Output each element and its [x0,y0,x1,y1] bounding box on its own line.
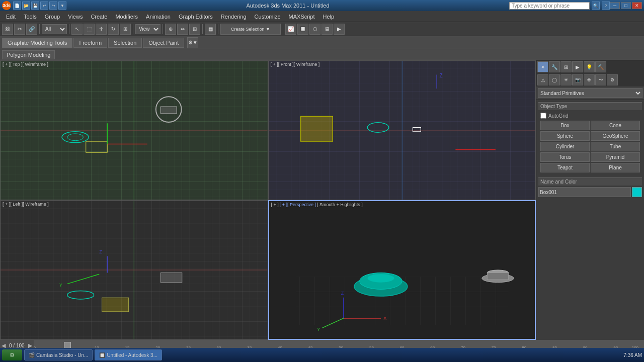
menubar: Edit Tools Group Views Create Modifiers … [0,11,644,22]
viewport-left[interactable]: [ + ][ Left ][ Wireframe ] Z Y [0,200,268,340]
menu-rendering[interactable]: Rendering [217,11,251,22]
app-logo: 3ds [2,1,11,10]
subtab-helpers[interactable]: ✙ [584,74,595,85]
bind-spacewarp-btn[interactable]: 🔗 [26,24,37,35]
align-btn[interactable]: ⊞ [189,24,200,35]
obj-tube-btn[interactable]: Tube [591,142,640,151]
obj-plane-btn[interactable]: Plane [591,163,640,172]
maximize-button[interactable]: □ [621,2,631,9]
obj-geosphere-btn[interactable]: GeoSphere [591,131,640,141]
subtab-geo[interactable]: △ [537,74,548,85]
svg-rect-51 [487,273,508,280]
redo-btn[interactable]: ↪ [49,2,57,10]
menu-graph-editors[interactable]: Graph Editors [175,11,217,22]
polygon-modeling-btn[interactable]: Polygon Modeling [2,50,55,59]
menu-customize[interactable]: Customize [251,11,285,22]
object-name-input[interactable] [538,187,631,197]
panel-tabs: ✦ 🔧 ⊞ ▶ 💡 🔨 [536,60,644,73]
menu-group[interactable]: Group [41,11,64,22]
window-controls: ─ □ ✕ [610,2,642,9]
select-region-btn[interactable]: ⬚ [84,24,95,35]
polygon-modeling-bar: Polygon Modeling [0,49,644,60]
separator [39,24,40,34]
menu-maxscript[interactable]: MAXScript [285,11,319,22]
save-btn[interactable]: 💾 [31,2,39,10]
render-setup-btn[interactable]: 🖥 [321,24,333,35]
subtab-systems[interactable]: ⚙ [607,74,618,85]
obj-sphere-btn[interactable]: Sphere [540,131,590,141]
obj-pyramid-btn[interactable]: Pyramid [591,152,640,162]
separator [283,24,283,34]
menu-help[interactable]: Help [319,11,339,22]
start-button[interactable]: ⊞ [2,349,22,360]
color-swatch[interactable] [632,187,642,197]
panel-tab-display[interactable]: 💡 [584,61,595,72]
select-move-btn[interactable]: ✛ [96,24,107,35]
autogrid-checkbox[interactable] [540,113,546,119]
tab-graphite-modeling[interactable]: Graphite Modeling Tools [2,38,72,48]
search-input[interactable] [509,2,590,10]
pivot-btn[interactable]: ⊕ [165,24,176,35]
filter-dropdown[interactable]: All [42,24,67,34]
panel-tab-utilities[interactable]: 🔨 [595,61,606,72]
layer-mgr-btn[interactable]: ▦ [205,24,216,35]
subtab-cameras[interactable]: 📷 [572,74,583,85]
svg-text:Y: Y [59,283,62,288]
viewport-top[interactable]: [ + ][ Top ][ Wireframe ] [0,60,268,200]
paint-options-btn[interactable]: ⚙▼ [187,37,198,48]
viewport-front[interactable]: [ + ][ Front ][ Wireframe ] Z [268,60,536,200]
tab-object-paint[interactable]: Object Paint [143,38,184,48]
close-button[interactable]: ✕ [632,2,642,9]
grid-left [1,201,268,339]
subtab-spacewarps[interactable]: 〜 [595,74,606,85]
tab-freeform[interactable]: Freeform [73,38,107,48]
undo-btn[interactable]: ↩ [40,2,48,10]
menu-edit[interactable]: Edit [2,11,20,22]
menu-animation[interactable]: Animation [142,11,175,22]
more-btn[interactable]: ▼ [58,2,66,10]
create-selection-btn[interactable]: Create Selection ▼ [220,24,281,35]
obj-teapot-btn[interactable]: Teapot [540,163,590,172]
render-btn[interactable]: ▶ [334,24,345,35]
taskbar-item-3dsmax[interactable]: 🔲 Untitled - Autodesk 3... [95,349,162,360]
tab-selection[interactable]: Selection [108,38,142,48]
viewport-perspective[interactable]: [ + ] [ + ][ Perspective ] [ Smooth + Hi… [268,200,536,340]
create-selection-dropdown[interactable]: Create Selection ▼ [220,24,281,35]
obj-cylinder-btn[interactable]: Cylinder [540,142,590,151]
rotate-btn[interactable]: ↻ [108,24,119,35]
system-clock: 7:36 AM [623,352,642,358]
new-btn[interactable]: 📄 [13,2,21,10]
obj-box-btn[interactable]: Box [540,121,590,130]
menu-tools[interactable]: Tools [20,11,41,22]
select-btn[interactable]: ↖ [71,24,83,35]
unlink-btn[interactable]: ✂ [14,24,25,35]
search-icon[interactable]: 🔍 [592,2,600,10]
select-link-btn[interactable]: ⛓ [2,24,13,35]
help-icon[interactable]: ? [602,2,610,10]
panel-tab-motion[interactable]: ▶ [572,61,583,72]
primitives-dropdown[interactable]: Standard Primitives [538,88,642,98]
separator [69,24,69,34]
subtab-shapes[interactable]: ◯ [549,74,560,85]
panel-tab-create[interactable]: ✦ [537,61,548,72]
schematic-view-btn[interactable]: 🔲 [297,24,308,35]
view-dropdown[interactable]: View [135,24,160,34]
svg-line-32 [67,274,100,284]
obj-cone-btn[interactable]: Cone [591,121,640,130]
curve-editor-btn[interactable]: 📈 [285,24,296,35]
mirror-btn[interactable]: ⇔ [177,24,188,35]
camtasia-label: Camtasia Studio - Un... [36,352,88,358]
panel-tab-modify[interactable]: 🔧 [549,61,560,72]
minimize-button[interactable]: ─ [610,2,620,9]
menu-modifiers[interactable]: Modifiers [111,11,142,22]
material-editor-btn[interactable]: ⬡ [309,24,320,35]
taskbar-item-camtasia[interactable]: 🎬 Camtasia Studio - Un... [24,349,93,360]
open-btn[interactable]: 📂 [22,2,30,10]
grid-front [269,61,536,200]
menu-create[interactable]: Create [87,11,111,22]
obj-torus-btn[interactable]: Torus [540,152,590,162]
subtab-lights[interactable]: ☀ [560,74,572,85]
scale-btn[interactable]: ⊞ [120,24,131,35]
menu-views[interactable]: Views [64,11,87,22]
panel-tab-hierarchy[interactable]: ⊞ [560,61,572,72]
